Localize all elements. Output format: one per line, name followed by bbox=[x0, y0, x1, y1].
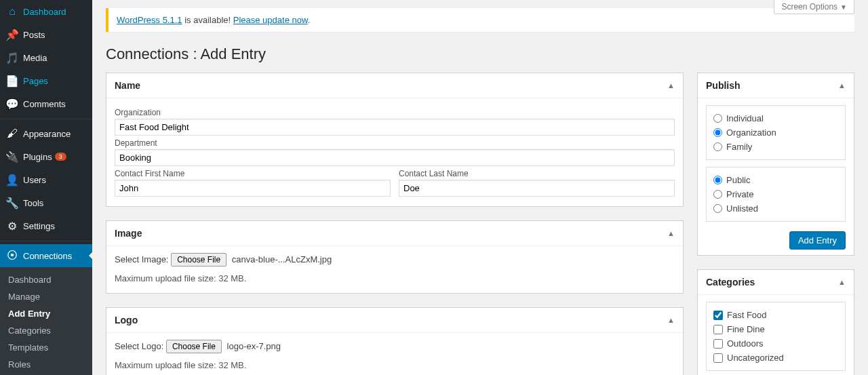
visibility-private[interactable]: Private bbox=[713, 187, 838, 201]
department-label: Department bbox=[115, 138, 675, 148]
sidebar-item-dashboard[interactable]: ⌂Dashboard bbox=[0, 0, 92, 23]
sidebar-item-connections[interactable]: ⦿ Connections bbox=[0, 244, 92, 267]
categories-panel-header[interactable]: Categories ▲ bbox=[698, 270, 854, 295]
media-icon: 🎵 bbox=[5, 51, 19, 64]
image-panel: Image ▲ Select Image: Choose File canva-… bbox=[106, 220, 684, 294]
sidebar-item-plugins[interactable]: 🔌Plugins3 bbox=[0, 145, 92, 168]
visibility-public[interactable]: Public bbox=[713, 173, 838, 187]
sidebar-item-media[interactable]: 🎵Media bbox=[0, 46, 92, 69]
visibility-radio[interactable] bbox=[713, 190, 722, 199]
sidebar-item-label: Media bbox=[23, 53, 47, 63]
sidebar-item-label: Dashboard bbox=[23, 7, 66, 17]
entry-type-radio[interactable] bbox=[713, 114, 722, 123]
sidebar-item-users[interactable]: 👤Users bbox=[0, 168, 92, 191]
select-logo-label: Select Logo: bbox=[115, 341, 163, 351]
dashboard-icon: ⌂ bbox=[5, 5, 19, 18]
sidebar-item-pages[interactable]: 📄Pages bbox=[0, 69, 92, 92]
organization-input[interactable] bbox=[115, 119, 675, 136]
submenu-item-categories[interactable]: Categories bbox=[0, 322, 92, 339]
sidebar-item-label: Comments bbox=[23, 99, 66, 109]
collapse-icon: ▲ bbox=[838, 81, 846, 90]
choose-image-button[interactable]: Choose File bbox=[171, 253, 226, 267]
entry-type-group: IndividualOrganizationFamily bbox=[706, 105, 846, 160]
settings-icon: ⚙ bbox=[5, 219, 19, 233]
sidebar-item-label: Plugins bbox=[23, 152, 52, 162]
first-name-label: Contact First Name bbox=[115, 169, 391, 178]
panel-title: Logo bbox=[115, 315, 138, 325]
entry-type-organization[interactable]: Organization bbox=[713, 125, 838, 140]
comments-icon: 💬 bbox=[5, 97, 19, 111]
first-name-input[interactable] bbox=[115, 180, 391, 197]
category-outdoors[interactable]: Outdoors bbox=[713, 336, 838, 351]
image-size-hint: Maximum upload file size: 32 MB. bbox=[115, 273, 675, 283]
category-checkbox[interactable] bbox=[713, 353, 723, 363]
logo-filename: logo-ex-7.png bbox=[227, 341, 281, 351]
sidebar-item-appearance[interactable]: 🖌Appearance bbox=[0, 122, 92, 145]
publish-panel-header[interactable]: Publish ▲ bbox=[698, 73, 854, 98]
update-now-link[interactable]: Please update now bbox=[233, 15, 308, 25]
name-panel-header[interactable]: Name ▲ bbox=[106, 73, 683, 98]
category-fast-food[interactable]: Fast Food bbox=[713, 308, 838, 322]
department-input[interactable] bbox=[115, 149, 675, 166]
sidebar-item-label: Tools bbox=[23, 198, 43, 208]
sidebar-item-comments[interactable]: 💬Comments bbox=[0, 92, 92, 115]
category-checkbox[interactable] bbox=[713, 339, 723, 349]
add-entry-button[interactable]: Add Entry bbox=[789, 231, 846, 250]
category-uncategorized[interactable]: Uncategorized bbox=[713, 351, 838, 365]
select-image-label: Select Image: bbox=[115, 254, 169, 264]
category-fine-dine[interactable]: Fine Dine bbox=[713, 322, 838, 336]
sidebar-item-tools[interactable]: 🔧Tools bbox=[0, 191, 92, 214]
visibility-radio[interactable] bbox=[713, 204, 722, 213]
logo-panel-header[interactable]: Logo ▲ bbox=[106, 308, 683, 333]
collapse-icon: ▲ bbox=[838, 278, 846, 286]
submenu-item-roles[interactable]: Roles bbox=[0, 356, 92, 373]
sidebar-item-label: Posts bbox=[23, 30, 45, 40]
sidebar-item-posts[interactable]: 📌Posts bbox=[0, 23, 92, 46]
update-notice: WordPress 5.1.1 is available! Please upd… bbox=[106, 8, 854, 32]
visibility-unlisted[interactable]: Unlisted bbox=[713, 201, 838, 216]
sidebar-item-label: Appearance bbox=[23, 129, 71, 139]
page-title: Connections : Add Entry bbox=[106, 45, 854, 63]
chevron-down-icon: ▼ bbox=[840, 3, 847, 11]
choose-logo-button[interactable]: Choose File bbox=[166, 340, 222, 353]
plugins-icon: 🔌 bbox=[5, 150, 19, 163]
logo-panel: Logo ▲ Select Logo: Choose File logo-ex-… bbox=[106, 307, 684, 375]
panel-title: Name bbox=[115, 80, 140, 91]
panel-title: Categories bbox=[706, 277, 755, 288]
entry-type-family[interactable]: Family bbox=[713, 140, 838, 154]
posts-icon: 📌 bbox=[5, 28, 19, 41]
image-panel-header[interactable]: Image ▲ bbox=[106, 221, 683, 246]
sidebar-item-label: Users bbox=[23, 175, 46, 185]
entry-type-individual[interactable]: Individual bbox=[713, 111, 838, 125]
sidebar-item-label: Settings bbox=[23, 221, 55, 231]
sidebar-item-settings[interactable]: ⚙Settings bbox=[0, 214, 92, 237]
name-panel: Name ▲ Organization Department Contact F… bbox=[106, 73, 684, 207]
screen-options-tab[interactable]: Screen Options▼ bbox=[774, 0, 854, 14]
appearance-icon: 🖌 bbox=[5, 127, 19, 140]
entry-type-radio[interactable] bbox=[713, 142, 722, 151]
visibility-group: PublicPrivateUnlisted bbox=[706, 167, 846, 222]
collapse-icon: ▲ bbox=[667, 229, 675, 237]
submenu-item-templates[interactable]: Templates bbox=[0, 339, 92, 356]
update-badge: 3 bbox=[55, 153, 66, 161]
submenu-item-add-entry[interactable]: Add Entry bbox=[0, 305, 92, 322]
categories-list: Fast FoodFine DineOutdoorsUncategorized bbox=[706, 302, 846, 371]
last-name-label: Contact Last Name bbox=[399, 169, 675, 178]
submenu-item-manage[interactable]: Manage bbox=[0, 288, 92, 305]
wordpress-version-link[interactable]: WordPress 5.1.1 bbox=[117, 15, 182, 25]
visibility-radio[interactable] bbox=[713, 176, 722, 184]
admin-sidebar: ⌂Dashboard📌Posts🎵Media📄Pages💬Comments 🖌A… bbox=[0, 0, 92, 375]
publish-panel: Publish ▲ IndividualOrganizationFamily P… bbox=[697, 73, 854, 256]
entry-type-radio[interactable] bbox=[713, 128, 722, 137]
organization-label: Organization bbox=[115, 108, 675, 117]
categories-panel: Categories ▲ Fast FoodFine DineOutdoorsU… bbox=[697, 269, 854, 375]
panel-title: Publish bbox=[706, 80, 741, 91]
sidebar-item-label: Connections bbox=[23, 251, 72, 261]
users-icon: 👤 bbox=[5, 173, 19, 186]
category-checkbox[interactable] bbox=[713, 311, 723, 320]
logo-size-hint: Maximum upload file size: 32 MB. bbox=[115, 360, 675, 370]
category-checkbox[interactable] bbox=[713, 325, 723, 334]
panel-title: Image bbox=[115, 228, 142, 239]
last-name-input[interactable] bbox=[399, 180, 675, 197]
submenu-item-dashboard[interactable]: Dashboard bbox=[0, 271, 92, 288]
